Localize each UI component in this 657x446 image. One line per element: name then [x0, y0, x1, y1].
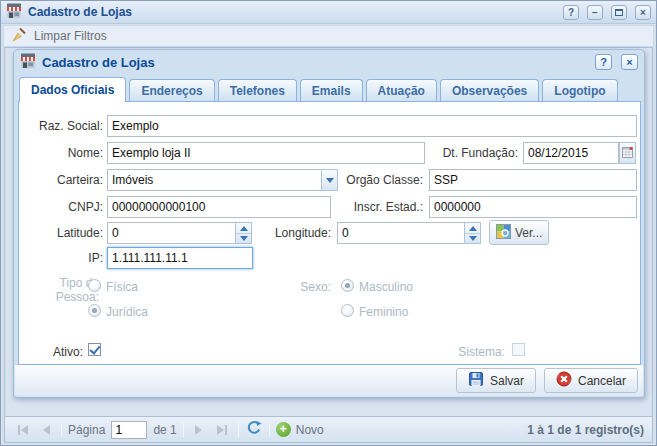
clear-filters-button[interactable]: Limpar Filtros [34, 29, 107, 43]
first-page-button[interactable] [13, 421, 31, 439]
add-plus-icon: + [276, 422, 291, 437]
ip-label: IP: [21, 251, 103, 265]
dialog-header: Cadastro de Lojas ? × [14, 50, 644, 74]
sistema-checkbox [512, 343, 525, 356]
window-titlebar: Cadastro de Lojas ? − × [1, 1, 656, 24]
prev-page-icon [43, 425, 50, 435]
longitude-label: Longitude: [255, 226, 331, 240]
dialog-footer: Salvar Cancelar [15, 364, 643, 396]
longitude-spinner[interactable] [464, 222, 481, 244]
feminino-radio [341, 304, 354, 317]
inscr-estad-label: Inscr. Estad.: [319, 200, 423, 214]
orgao-classe-label: Orgão Classe: [319, 173, 423, 187]
next-page-icon [195, 425, 202, 435]
novo-button-label: Novo [296, 423, 324, 437]
cnpj-input[interactable] [107, 196, 331, 218]
store-icon [6, 3, 22, 22]
tab-emails[interactable]: Emails [300, 79, 363, 102]
page-number-input[interactable] [111, 421, 147, 439]
paging-toolbar: Página de 1 + Novo 1 à 1 de 1 registro(s… [4, 416, 653, 443]
dialog-title: Cadastro de Lojas [42, 55, 586, 70]
nome-input[interactable] [107, 142, 425, 164]
latitude-spinner[interactable] [235, 222, 252, 244]
tab-bar: Dados Oficiais Endereços Telefones Email… [19, 77, 639, 102]
tab-logotipo[interactable]: Logotipo [542, 79, 617, 102]
feminino-radio-label: Feminino [359, 305, 408, 319]
broom-icon [11, 27, 27, 46]
next-page-button[interactable] [190, 421, 208, 439]
spinner-down-icon[interactable] [465, 233, 480, 243]
tab-enderecos[interactable]: Endereços [129, 79, 214, 102]
longitude-input[interactable] [337, 222, 465, 244]
window-minimize-button[interactable]: − [587, 5, 603, 20]
form-panel: Raz. Social: Nome: Dt. Fundação: [18, 101, 641, 365]
last-page-icon [225, 425, 227, 435]
raz-social-label: Raz. Social: [21, 119, 103, 133]
tab-dados-oficiais[interactable]: Dados Oficiais [19, 77, 126, 102]
window-maximize-button[interactable] [611, 5, 627, 20]
salvar-button-label: Salvar [490, 374, 524, 388]
toolbar-separator [269, 422, 270, 437]
cancelar-button[interactable]: Cancelar [544, 368, 638, 393]
first-page-icon [18, 425, 20, 435]
calendar-icon [622, 146, 633, 161]
ativo-label: Ativo: [21, 345, 83, 359]
last-page-icon [217, 425, 224, 435]
sexo-label: Sexo: [255, 280, 331, 294]
tab-atuacao[interactable]: Atuação [366, 79, 437, 102]
latitude-label: Latitude: [21, 226, 103, 240]
map-icon [496, 224, 511, 242]
refresh-icon [246, 420, 262, 439]
novo-button[interactable]: + Novo [276, 421, 324, 439]
window-help-button[interactable]: ? [563, 5, 579, 20]
dt-fundacao-label: Dt. Fundação: [417, 146, 518, 160]
masculino-radio [341, 279, 354, 292]
juridica-radio-label: Jurídica [106, 305, 148, 319]
toolbar-separator [238, 422, 239, 437]
spinner-up-icon[interactable] [236, 223, 251, 233]
sistema-label: Sistema: [405, 345, 505, 359]
prev-page-button[interactable] [37, 421, 55, 439]
store-icon [20, 53, 36, 72]
filter-toolbar: Limpar Filtros [3, 25, 654, 47]
carteira-combo[interactable] [107, 169, 322, 191]
raz-social-input[interactable] [107, 115, 637, 137]
cadastro-lojas-dialog: Cadastro de Lojas ? × Dados Oficiais End… [13, 49, 645, 398]
toolbar-separator [183, 422, 184, 437]
cancel-red-x-icon [556, 371, 572, 390]
last-page-button[interactable] [214, 421, 232, 439]
salvar-button[interactable]: Salvar [456, 368, 536, 393]
page-of-text: de 1 [153, 423, 176, 437]
refresh-button[interactable] [245, 421, 263, 439]
ver-map-button[interactable]: Ver... [489, 220, 549, 245]
juridica-radio [88, 304, 101, 317]
dt-fundacao-input[interactable] [523, 142, 619, 164]
inscr-estad-input[interactable] [429, 196, 637, 218]
ip-input[interactable] [107, 247, 253, 269]
cnpj-label: CNPJ: [21, 200, 103, 214]
toolbar-separator [61, 422, 62, 437]
dialog-help-button[interactable]: ? [595, 54, 612, 70]
tab-observacoes[interactable]: Observações [440, 79, 539, 102]
spinner-up-icon[interactable] [465, 223, 480, 233]
latitude-input[interactable] [107, 222, 236, 244]
app-window: Cadastro de Lojas ? − × Limpar Filtros [0, 0, 657, 446]
maximize-icon [615, 9, 623, 16]
ativo-checkbox[interactable] [88, 343, 101, 356]
dialog-close-button[interactable]: × [621, 54, 638, 70]
fisica-radio [88, 279, 101, 292]
records-summary: 1 à 1 de 1 registro(s) [527, 423, 644, 437]
date-picker-trigger[interactable] [619, 142, 636, 164]
save-disk-icon [468, 371, 484, 390]
ver-button-label: Ver... [515, 226, 542, 240]
fisica-radio-label: Física [106, 280, 138, 294]
orgao-classe-input[interactable] [429, 169, 637, 191]
nome-label: Nome: [21, 146, 103, 160]
masculino-radio-label: Masculino [359, 280, 413, 294]
carteira-label: Carteira: [21, 173, 103, 187]
window-close-button[interactable]: × [635, 5, 651, 20]
tab-telefones[interactable]: Telefones [218, 79, 297, 102]
spinner-down-icon[interactable] [236, 233, 251, 243]
window-title: Cadastro de Lojas [28, 5, 555, 19]
page-label: Página [68, 423, 105, 437]
